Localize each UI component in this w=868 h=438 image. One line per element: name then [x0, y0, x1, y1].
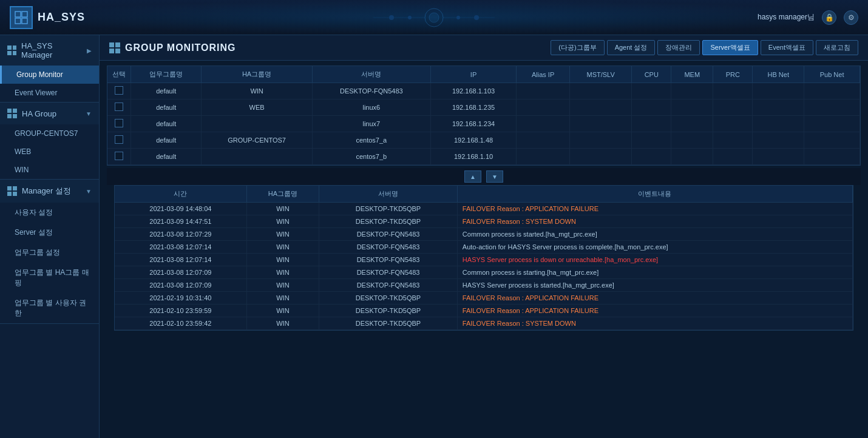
svg-point-5: [429, 13, 439, 22]
row-checkbox[interactable]: [115, 152, 123, 160]
sidebar-item-ha-group-mapping[interactable]: 업무그룹 별 HA그룹 매핑: [0, 263, 99, 293]
table-row: defaultWINDESKTOP-FQN5483192.168.1.103: [107, 83, 860, 99]
cell-ip: 192.168.1.103: [430, 83, 516, 99]
cell-hbnet: [753, 132, 804, 149]
col-mst: MST/SLV: [569, 66, 631, 83]
cell-biz: default: [131, 132, 202, 149]
sidebar-item-server-settings[interactable]: Server 설정: [0, 223, 99, 243]
cell-hbnet: [753, 149, 804, 165]
event-server: DESKTOP-FQN5483: [319, 241, 458, 254]
col-cpu: CPU: [632, 66, 671, 83]
event-server: DESKTOP-TKD5QBP: [319, 292, 458, 305]
settings-icon[interactable]: ⚙: [844, 10, 858, 25]
event-server: DESKTOP-FQN5483: [319, 266, 458, 279]
event-server: DESKTOP-FQN5483: [319, 254, 458, 266]
sidebar-item-group-monitor[interactable]: Group Monitor: [0, 66, 99, 84]
logo-icon: [10, 6, 33, 29]
event-row: 2021-03-08 12:07:29WINDESKTOP-FQN5483Com…: [115, 228, 853, 241]
sidebar-header-manager[interactable]: HA_SYS Manager ▶: [0, 35, 99, 66]
col-ip: IP: [430, 66, 516, 83]
table-row: defaultlinux7192.168.1.234: [107, 116, 860, 132]
cell-pubnet: [804, 99, 860, 116]
table-row: defaultcentos7_b192.168.1.10: [107, 149, 860, 165]
sidebar-item-user-permission[interactable]: 업무그룹 별 사용자 권한: [0, 293, 99, 323]
cell-mem: [671, 99, 713, 116]
cell-mem: [671, 83, 713, 99]
lock-icon[interactable]: 🔒: [822, 10, 836, 25]
btn-dagong[interactable]: (다공)그룹부: [551, 40, 604, 55]
sidebar-section-settings: Manager 설정 ▼ 사용자 설정 Server 설정 업무그룹 설정 업무…: [0, 180, 99, 324]
cell-prc: [713, 116, 753, 132]
cell-biz: default: [131, 99, 202, 116]
sidebar-section-ha-label: HA Group: [22, 109, 56, 118]
event-row: 2021-02-10 23:59:42WINDESKTOP-TKD5QBPFAI…: [115, 317, 853, 330]
btn-agent[interactable]: Agent 설정: [607, 40, 656, 55]
row-checkbox[interactable]: [115, 135, 123, 144]
sidebar-arrow-manager: ▶: [87, 47, 92, 54]
event-ha: WIN: [246, 266, 319, 279]
sidebar-item-web[interactable]: WEB: [0, 143, 99, 161]
cell-ip: 192.168.1.235: [430, 99, 516, 116]
col-mem: MEM: [671, 66, 713, 83]
top-header: HA_SYS hasys manager님 🔒 ⚙: [0, 0, 868, 35]
cell-ha: [202, 116, 312, 132]
cell-ha: [202, 149, 312, 165]
sidebar-arrow-settings: ▼: [86, 188, 92, 195]
row-checkbox[interactable]: [115, 119, 123, 127]
grid-icon-3: [7, 186, 17, 196]
cell-server: DESKTOP-FQN5483: [312, 83, 430, 99]
page-header: GROUP MONITORING (다공)그룹부 Agent 설정 장애관리 S…: [100, 35, 868, 61]
event-content: FAILOVER Reason : APPLICATION FAILURE: [457, 305, 852, 317]
row-checkbox[interactable]: [115, 103, 123, 111]
col-ha: HA그룹명: [202, 66, 312, 83]
page-title-icon: [109, 42, 120, 53]
sidebar-item-user-settings[interactable]: 사용자 설정: [0, 203, 99, 223]
event-content: Auto-action for HASYS Server process is …: [457, 241, 852, 254]
sidebar-header-ha-group[interactable]: HA Group ▼: [0, 103, 99, 124]
event-ha: WIN: [246, 292, 319, 305]
event-server: DESKTOP-TKD5QBP: [319, 317, 458, 330]
event-content: FAILOVER Reason : APPLICATION FAILURE: [457, 292, 852, 305]
event-time: 2021-03-09 14:48:04: [115, 203, 246, 215]
cell-ha: WEB: [202, 99, 312, 116]
btn-failure[interactable]: 장애관리: [657, 40, 700, 55]
event-server: DESKTOP-FQN5483: [319, 228, 458, 241]
col-hbnet: HB Net: [753, 66, 804, 83]
event-time: 2021-03-08 12:07:09: [115, 266, 246, 279]
event-col-time: 시간: [115, 186, 246, 203]
btn-server-excel[interactable]: Server액셀표: [702, 40, 758, 55]
resize-up-btn[interactable]: ▲: [464, 170, 481, 183]
event-col-content: 이벤트내용: [457, 186, 852, 203]
event-ha: WIN: [246, 279, 319, 292]
col-pubnet: Pub Net: [804, 66, 860, 83]
sidebar-section-settings-label: Manager 설정: [22, 186, 71, 197]
event-ha: WIN: [246, 317, 319, 330]
content-area: GROUP MONITORING (다공)그룹부 Agent 설정 장애관리 S…: [100, 35, 868, 438]
btn-refresh[interactable]: 새로고침: [816, 40, 858, 55]
cell-mst: [569, 149, 631, 165]
row-checkbox[interactable]: [115, 86, 123, 95]
cell-mem: [671, 116, 713, 132]
btn-event-excel[interactable]: Event액셀표: [761, 40, 813, 55]
table-row: defaultWEBlinux6192.168.1.235: [107, 99, 860, 116]
cell-hbnet: [753, 99, 804, 116]
event-row: 2021-02-10 23:59:59WINDESKTOP-TKD5QBPFAI…: [115, 305, 853, 317]
sidebar-header-settings[interactable]: Manager 설정 ▼: [0, 180, 99, 203]
event-table: 시간 HA그룹명 서버명 이벤트내용 2021-03-09 14:48:04WI…: [114, 185, 853, 331]
col-prc: PRC: [713, 66, 753, 83]
sidebar-item-centos7[interactable]: GROUP-CENTOS7: [0, 124, 99, 143]
event-row: 2021-03-08 12:07:09WINDESKTOP-FQN5483Com…: [115, 266, 853, 279]
svg-point-11: [474, 15, 479, 20]
sidebar-item-win[interactable]: WIN: [0, 161, 99, 179]
cell-alias: [517, 116, 570, 132]
sidebar: HA_SYS Manager ▶ Group Monitor Event Vie…: [0, 35, 100, 438]
sidebar-item-event-viewer[interactable]: Event Viewer: [0, 84, 99, 102]
logo: HA_SYS: [10, 6, 85, 29]
cell-mst: [569, 99, 631, 116]
sidebar-item-group-settings[interactable]: 업무그룹 설정: [0, 243, 99, 263]
resize-down-btn[interactable]: ▼: [486, 170, 503, 183]
event-ha: WIN: [246, 228, 319, 241]
cell-server: centos7_a: [312, 132, 430, 149]
cell-alias: [517, 132, 570, 149]
svg-point-10: [456, 16, 460, 19]
